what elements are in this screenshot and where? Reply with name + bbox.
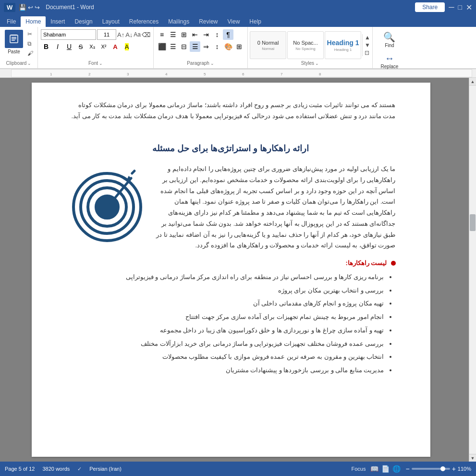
font-group-content: A↑ A↓ Aa ⌫ B I U S X₂ X² A A [41,28,150,61]
paste-icon [5,30,23,48]
clipboard-expand-icon[interactable]: ⌄ [27,61,31,66]
zoom-level[interactable]: 110% [458,466,471,472]
list-item: بررسی عمده فروشان مختلف تجهیزات فیزیوترا… [66,339,384,350]
styles-expand-icon[interactable]: ⌄ [315,61,319,66]
rtl-button[interactable]: ⇒ [201,41,211,52]
decrease-indent-button[interactable]: ⇤ [190,29,200,40]
clipboard-label: Clipboard ⌄ [3,61,35,67]
tab-layout[interactable]: Layout [98,16,124,27]
show-marks-button[interactable]: ¶ [223,29,233,40]
tab-help[interactable]: Help [244,16,266,27]
bold-button[interactable]: B [41,41,51,52]
style-heading1[interactable]: Heading 1 Heading 1 [325,31,361,59]
scroll-up-button[interactable]: ▲ [469,78,476,85]
font-expand-icon[interactable]: ⌄ [99,61,103,66]
tab-view[interactable]: View [223,16,245,27]
svg-text:6: 6 [242,72,244,76]
document-check-icon[interactable]: ✓ [77,466,82,472]
redo-icon[interactable]: ↪ [35,4,40,11]
style-no-space[interactable]: No Spac... No Spacing [287,31,324,59]
tab-home[interactable]: Home [21,16,46,27]
text-color-button[interactable]: A [110,41,121,52]
align-center-button[interactable]: ☰ [168,41,178,52]
italic-button[interactable]: I [52,41,63,52]
ruler-track: 1 2 3 4 5 6 7 8 [11,69,472,77]
paragraph-expand-icon[interactable]: ⌄ [210,61,214,66]
styles-scroll-up-icon[interactable]: ▲ [365,34,370,41]
font-size-increase-icon[interactable]: A↑ [117,31,124,38]
tab-references[interactable]: References [124,16,163,27]
list-item: انتخاب بهترین و مقرون به صرفه ترین عمده … [66,352,384,363]
change-case-icon[interactable]: Aa [134,31,141,38]
find-button[interactable]: 🔍 Find [380,30,398,49]
replace-icon: ↔ [385,53,394,64]
font-size-decrease-icon[interactable]: A↓ [125,31,133,38]
print-layout-button[interactable]: 📄 [381,465,390,473]
paste-button[interactable]: Paste [3,29,25,55]
save-icon[interactable]: 💾 [19,4,26,11]
language-info: Persian (Iran) [89,466,122,472]
close-icon[interactable]: ✕ [466,3,472,12]
bullet-dot [391,261,396,266]
list-item: تهیه مکان پروژه و انجام کارهای مقدماتی د… [66,298,384,309]
tab-file[interactable]: File [2,16,21,27]
replace-button[interactable]: ↔ Replace [378,51,402,71]
numbering-button[interactable]: ☰ [168,29,178,40]
shading-button[interactable]: 🎨 [223,41,233,52]
align-right-button[interactable]: ⊟ [179,41,189,52]
main-text: ما یک ارزیابی اولیه در مورد پیش‌نیازهای … [156,164,396,251]
zoom-thumb[interactable] [440,466,445,471]
style-normal[interactable]: 0 Normal Normal [250,31,286,59]
vertical-scrollbar[interactable]: ▲ ▼ [469,78,476,462]
tab-design[interactable]: Design [70,16,97,27]
strikethrough-button[interactable]: S [75,41,86,52]
svg-text:5: 5 [204,72,206,76]
read-mode-button[interactable]: 📖 [370,465,378,473]
svg-text:4: 4 [165,72,168,76]
undo-icon[interactable]: ↩ [28,4,33,11]
copy-button[interactable]: ⧉ [26,39,35,48]
format-painter-button[interactable]: 🖌 [26,49,35,58]
tab-review[interactable]: Review [194,16,222,27]
bullets-button[interactable]: ≡ [157,29,167,40]
styles-scroll-down-icon[interactable]: ▼ [365,42,370,49]
clear-format-icon[interactable]: ⌫ [142,31,150,38]
zoom-out-icon[interactable]: − [405,465,409,473]
tab-insert[interactable]: Insert [46,16,70,27]
styles-more-icon[interactable]: ⊡ [365,49,370,56]
superscript-button[interactable]: X² [98,41,109,52]
svg-rect-3 [12,38,16,39]
zoom-in-icon[interactable]: + [452,465,456,473]
subscript-button[interactable]: X₂ [87,41,98,52]
font-row2: B I U S X₂ X² A A [41,41,150,52]
align-left-button[interactable]: ⬛ [157,41,167,52]
web-layout-button[interactable]: 🌐 [392,465,401,473]
styles-gallery: 0 Normal Normal No Spac... No Spacing He… [250,31,361,59]
font-size-selector[interactable] [97,29,116,40]
scroll-down-button[interactable]: ▼ [469,454,476,462]
borders-button[interactable]: ⊞ [234,41,244,52]
scroll-track [469,85,476,454]
tab-mailings[interactable]: Mailings [163,16,194,27]
svg-rect-4 [12,40,15,41]
list-item: برنامه ریزی کارها و بررسی احساس نیاز در … [66,272,384,283]
underline-button[interactable]: U [64,41,74,52]
cut-button[interactable]: ✂ [26,30,35,38]
maximize-icon[interactable]: □ [458,3,462,11]
increase-indent-button[interactable]: ⇥ [201,29,211,40]
highlight-button[interactable]: A [122,41,132,52]
justify-button[interactable]: ☰ [190,41,200,52]
zoom-slider[interactable] [412,468,450,470]
scroll-thumb[interactable] [470,214,476,231]
font-name-selector[interactable] [41,29,96,40]
multilevel-list-button[interactable]: ⊞ [179,29,189,40]
focus-label[interactable]: Focus [352,466,366,472]
doc-title: Document1 - Word [46,4,94,11]
content-with-image: ما یک ارزیابی اولیه در مورد پیش‌نیازهای … [66,164,396,251]
paragraph-label: Paragraph ⌄ [157,61,244,67]
minimize-icon[interactable]: ─ [449,3,454,12]
line-spacing-button[interactable]: ↕ [212,41,222,52]
share-button[interactable]: Share [415,2,445,12]
scroll-down-icon: ▼ [471,456,475,461]
sort-button[interactable]: ↕ [212,29,222,40]
